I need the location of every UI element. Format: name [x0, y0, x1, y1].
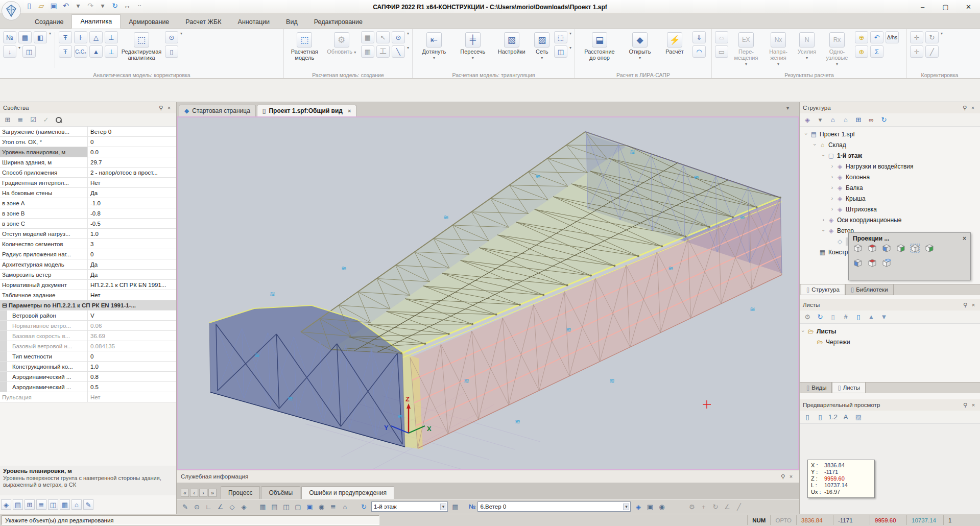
- numbering-icon[interactable]: #: [841, 313, 850, 322]
- property-value[interactable]: -1.0: [88, 200, 176, 206]
- table-icon[interactable]: ▦: [450, 501, 461, 512]
- panel-grid-icon[interactable]: ▦: [60, 499, 70, 510]
- property-row[interactable]: Количество сегментов3: [0, 239, 176, 249]
- doc-tab-Проект 1.spf:Общий вид[interactable]: ▯Проект 1.spf:Общий вид×: [257, 105, 357, 116]
- node-mode-icon[interactable]: ⊙: [165, 31, 178, 43]
- tree-item-Штриховка[interactable]: ›◈Штриховка: [800, 204, 980, 214]
- caret-icon[interactable]: ▾: [180, 31, 182, 43]
- mosaic-lamp-icon[interactable]: ⊕: [855, 31, 868, 43]
- property-row[interactable]: Уровень планировки, м0.0: [0, 147, 176, 157]
- property-value[interactable]: 0: [88, 251, 176, 257]
- tree-expander-icon[interactable]: ›: [821, 152, 826, 159]
- forces-button[interactable]: N Усилия▾: [795, 31, 819, 60]
- line-tool-icon[interactable]: ╱: [733, 501, 744, 512]
- projection-cube-icon[interactable]: [867, 258, 877, 269]
- tab-Структура[interactable]: ▯Структура: [801, 284, 845, 295]
- intersect-button[interactable]: ╪ Пересечь▾: [455, 31, 491, 60]
- view-eye-icon[interactable]: ◉: [316, 501, 327, 512]
- tab-Библиотеки[interactable]: ▯Библиотеки: [845, 284, 894, 295]
- apply-icon[interactable]: ✓: [41, 115, 51, 125]
- ortho-icon[interactable]: ⬚: [554, 31, 567, 43]
- property-row[interactable]: Табличное заданиеНет: [0, 290, 176, 300]
- projection-cube-icon[interactable]: [881, 258, 892, 269]
- close-icon[interactable]: ×: [963, 235, 966, 242]
- pin-icon[interactable]: ⚲: [779, 473, 787, 480]
- stresses-button[interactable]: Nx Напря- жения▾: [764, 31, 793, 66]
- section-dashed-icon[interactable]: ▯: [165, 45, 178, 58]
- house-export-icon[interactable]: ⌂: [841, 115, 850, 125]
- alphabetical-view-icon[interactable]: ≣: [16, 115, 25, 125]
- view-shaded-icon[interactable]: ▣: [304, 501, 315, 512]
- property-row[interactable]: Ширина здания, м29.7: [0, 157, 176, 168]
- distance-supports-button[interactable]: ⬓ Расстояние до опор: [578, 31, 621, 61]
- load-number-icon[interactable]: №: [3, 31, 16, 43]
- layer-filter-icon[interactable]: ◈: [803, 115, 812, 125]
- snap-perp-icon[interactable]: ∟: [203, 501, 214, 512]
- pin-icon[interactable]: ⚲: [157, 105, 165, 111]
- projection-cube-icon[interactable]: [853, 244, 863, 254]
- menu-tab-Редактирование[interactable]: Редактирование: [306, 15, 371, 29]
- property-row[interactable]: Загружение (наименов...Ветер 0: [0, 127, 176, 137]
- property-row[interactable]: Базовая скорость в...36.69: [0, 331, 176, 341]
- minimize-button[interactable]: –: [911, 0, 934, 13]
- tab-Виды[interactable]: ▯Виды: [801, 382, 832, 393]
- save-icon[interactable]: ▣: [49, 1, 58, 10]
- mesh-net-button[interactable]: ▨ Сеть▾: [532, 31, 552, 60]
- wall-edit-icon[interactable]: ◧: [34, 31, 47, 43]
- mirror-icon[interactable]: ╱: [925, 45, 939, 58]
- mesh-update-icon[interactable]: ▦: [361, 31, 374, 43]
- property-row[interactable]: Заморозить ветерДа: [0, 270, 176, 280]
- menu-tab-Расчет ЖБК[interactable]: Расчет ЖБК: [177, 15, 229, 29]
- measure-icon[interactable]: ↔: [123, 1, 132, 10]
- angle-tool-icon[interactable]: ∠: [722, 501, 732, 512]
- tree-item-Нагрузки и воздействия[interactable]: ›◈Нагрузки и воздействия: [800, 161, 980, 172]
- mosaic-lamp2-icon[interactable]: ⊕: [855, 45, 868, 58]
- property-row[interactable]: ⊟ Параметры по НП.2.2.1 к СП РК EN 1991-…: [0, 300, 176, 310]
- property-value[interactable]: 1.0: [88, 231, 176, 237]
- search-icon[interactable]: [54, 115, 63, 125]
- pin-icon[interactable]: ⚲: [961, 105, 969, 111]
- scale-12-icon[interactable]: 1.2: [828, 413, 838, 422]
- property-value[interactable]: Нет: [88, 292, 176, 298]
- property-value[interactable]: Нет: [88, 394, 176, 400]
- bridge-icon[interactable]: ◠: [692, 45, 706, 58]
- snap-grid-icon[interactable]: ◈: [238, 501, 249, 512]
- ortho-indicator[interactable]: ОРТО: [770, 515, 796, 525]
- displacements-button[interactable]: ᖶX Пере- мещения▾: [730, 31, 762, 66]
- next-item-icon[interactable]: ›: [199, 489, 207, 497]
- property-value[interactable]: Да: [88, 261, 176, 268]
- qat-more-icon[interactable]: ⸱⸱: [135, 1, 144, 10]
- first-item-icon[interactable]: «: [181, 489, 189, 497]
- undo-icon[interactable]: ↶: [61, 1, 70, 10]
- panel-home-icon[interactable]: ⌂: [71, 499, 82, 510]
- tab-Листы[interactable]: ▯Листы: [832, 382, 866, 393]
- property-value[interactable]: 0.5: [88, 384, 176, 390]
- combo-caret-icon[interactable]: ▾: [440, 504, 446, 510]
- editable-analytics-button[interactable]: ⬚ Редактируемая аналитика: [120, 31, 163, 61]
- output-tab-Процесс[interactable]: Процесс: [221, 486, 260, 499]
- rotate-tool-icon[interactable]: ↻: [710, 501, 721, 512]
- snap-center-icon[interactable]: ⊙: [192, 501, 202, 512]
- projection-cube-icon[interactable]: [924, 244, 935, 254]
- tree-expander-icon[interactable]: ›: [829, 206, 835, 212]
- filter-loads-icon[interactable]: ◈: [633, 501, 643, 512]
- projection-cube-icon[interactable]: [867, 244, 877, 254]
- close-icon[interactable]: ×: [787, 473, 795, 480]
- caret-icon[interactable]: ▾: [49, 31, 51, 43]
- house-icon[interactable]: ⌂: [828, 115, 838, 125]
- property-value[interactable]: НП.2.2.1 к СП РК EN 1991...: [88, 282, 176, 288]
- font-icon[interactable]: A: [841, 413, 850, 422]
- property-value[interactable]: 1.0: [88, 364, 176, 370]
- mesh-gear-icon[interactable]: ▦: [361, 45, 374, 58]
- projection-cube-icon[interactable]: [853, 258, 863, 269]
- node-mode2-icon[interactable]: ⊙: [392, 31, 405, 43]
- view-home-icon[interactable]: ⌂: [340, 501, 350, 512]
- mosaic-icon[interactable]: ▣: [644, 501, 655, 512]
- app-logo[interactable]: [2, 1, 21, 20]
- projection-cube-icon[interactable]: [881, 244, 892, 254]
- combo-caret-icon[interactable]: ▾: [623, 504, 629, 510]
- num-lock-indicator[interactable]: NUM: [747, 515, 770, 525]
- property-row[interactable]: Архитектурная модельДа: [0, 259, 176, 270]
- property-row[interactable]: Конструкционный ко...1.0: [0, 362, 176, 372]
- undo-caret-icon[interactable]: ▾: [74, 1, 83, 10]
